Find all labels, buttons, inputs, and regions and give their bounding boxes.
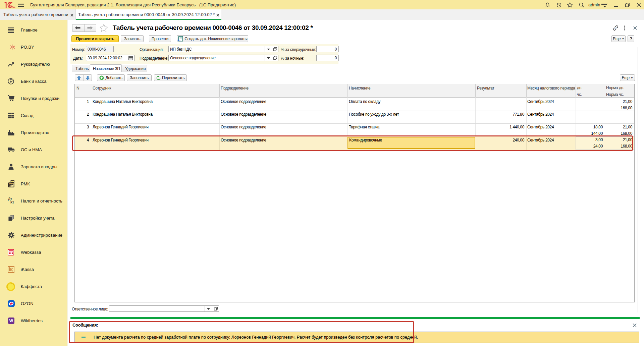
svg-text:W: W	[9, 319, 13, 323]
